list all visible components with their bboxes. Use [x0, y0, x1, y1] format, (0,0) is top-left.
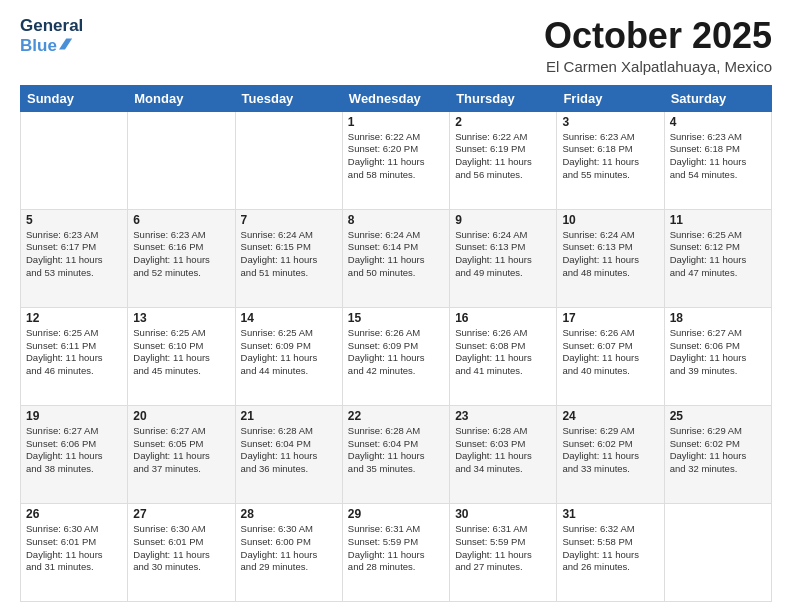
day-number: 27 [133, 507, 229, 521]
page: General Blue October 2025 El Carmen Xalp… [0, 0, 792, 612]
day-number: 1 [348, 115, 444, 129]
col-tuesday: Tuesday [235, 85, 342, 111]
table-row: 13Sunrise: 6:25 AMSunset: 6:10 PMDayligh… [128, 307, 235, 405]
day-info: Sunrise: 6:29 AMSunset: 6:02 PMDaylight:… [670, 425, 766, 476]
col-friday: Friday [557, 85, 664, 111]
table-row: 4Sunrise: 6:23 AMSunset: 6:18 PMDaylight… [664, 111, 771, 209]
day-info: Sunrise: 6:27 AMSunset: 6:06 PMDaylight:… [26, 425, 122, 476]
day-number: 19 [26, 409, 122, 423]
table-row: 11Sunrise: 6:25 AMSunset: 6:12 PMDayligh… [664, 209, 771, 307]
day-info: Sunrise: 6:23 AMSunset: 6:17 PMDaylight:… [26, 229, 122, 280]
day-info: Sunrise: 6:27 AMSunset: 6:05 PMDaylight:… [133, 425, 229, 476]
table-row: 20Sunrise: 6:27 AMSunset: 6:05 PMDayligh… [128, 405, 235, 503]
logo: General Blue [20, 16, 72, 58]
day-info: Sunrise: 6:29 AMSunset: 6:02 PMDaylight:… [562, 425, 658, 476]
day-info: Sunrise: 6:30 AMSunset: 6:01 PMDaylight:… [26, 523, 122, 574]
calendar-week-row: 19Sunrise: 6:27 AMSunset: 6:06 PMDayligh… [21, 405, 772, 503]
day-info: Sunrise: 6:25 AMSunset: 6:09 PMDaylight:… [241, 327, 337, 378]
day-number: 15 [348, 311, 444, 325]
table-row: 25Sunrise: 6:29 AMSunset: 6:02 PMDayligh… [664, 405, 771, 503]
day-number: 26 [26, 507, 122, 521]
day-number: 31 [562, 507, 658, 521]
table-row: 9Sunrise: 6:24 AMSunset: 6:13 PMDaylight… [450, 209, 557, 307]
table-row: 17Sunrise: 6:26 AMSunset: 6:07 PMDayligh… [557, 307, 664, 405]
table-row: 27Sunrise: 6:30 AMSunset: 6:01 PMDayligh… [128, 503, 235, 601]
day-info: Sunrise: 6:25 AMSunset: 6:10 PMDaylight:… [133, 327, 229, 378]
table-row: 23Sunrise: 6:28 AMSunset: 6:03 PMDayligh… [450, 405, 557, 503]
day-info: Sunrise: 6:23 AMSunset: 6:18 PMDaylight:… [670, 131, 766, 182]
header: General Blue October 2025 El Carmen Xalp… [20, 16, 772, 75]
day-info: Sunrise: 6:28 AMSunset: 6:04 PMDaylight:… [348, 425, 444, 476]
col-monday: Monday [128, 85, 235, 111]
day-number: 12 [26, 311, 122, 325]
day-number: 14 [241, 311, 337, 325]
day-number: 17 [562, 311, 658, 325]
table-row [235, 111, 342, 209]
col-saturday: Saturday [664, 85, 771, 111]
day-number: 3 [562, 115, 658, 129]
table-row: 1Sunrise: 6:22 AMSunset: 6:20 PMDaylight… [342, 111, 449, 209]
logo-general: General [20, 16, 72, 36]
calendar-header-row: Sunday Monday Tuesday Wednesday Thursday… [21, 85, 772, 111]
table-row: 2Sunrise: 6:22 AMSunset: 6:19 PMDaylight… [450, 111, 557, 209]
table-row: 28Sunrise: 6:30 AMSunset: 6:00 PMDayligh… [235, 503, 342, 601]
day-info: Sunrise: 6:28 AMSunset: 6:03 PMDaylight:… [455, 425, 551, 476]
day-number: 2 [455, 115, 551, 129]
col-sunday: Sunday [21, 85, 128, 111]
day-number: 6 [133, 213, 229, 227]
day-number: 8 [348, 213, 444, 227]
table-row [128, 111, 235, 209]
day-number: 11 [670, 213, 766, 227]
day-info: Sunrise: 6:22 AMSunset: 6:19 PMDaylight:… [455, 131, 551, 182]
table-row [21, 111, 128, 209]
day-info: Sunrise: 6:24 AMSunset: 6:13 PMDaylight:… [455, 229, 551, 280]
table-row: 22Sunrise: 6:28 AMSunset: 6:04 PMDayligh… [342, 405, 449, 503]
day-info: Sunrise: 6:23 AMSunset: 6:18 PMDaylight:… [562, 131, 658, 182]
day-number: 5 [26, 213, 122, 227]
day-info: Sunrise: 6:31 AMSunset: 5:59 PMDaylight:… [348, 523, 444, 574]
day-number: 25 [670, 409, 766, 423]
day-info: Sunrise: 6:30 AMSunset: 6:00 PMDaylight:… [241, 523, 337, 574]
day-number: 10 [562, 213, 658, 227]
day-info: Sunrise: 6:23 AMSunset: 6:16 PMDaylight:… [133, 229, 229, 280]
table-row: 30Sunrise: 6:31 AMSunset: 5:59 PMDayligh… [450, 503, 557, 601]
day-number: 30 [455, 507, 551, 521]
day-info: Sunrise: 6:22 AMSunset: 6:20 PMDaylight:… [348, 131, 444, 182]
calendar-week-row: 26Sunrise: 6:30 AMSunset: 6:01 PMDayligh… [21, 503, 772, 601]
location: El Carmen Xalpatlahuaya, Mexico [544, 58, 772, 75]
calendar-table: Sunday Monday Tuesday Wednesday Thursday… [20, 85, 772, 602]
table-row: 14Sunrise: 6:25 AMSunset: 6:09 PMDayligh… [235, 307, 342, 405]
day-info: Sunrise: 6:26 AMSunset: 6:08 PMDaylight:… [455, 327, 551, 378]
day-info: Sunrise: 6:25 AMSunset: 6:11 PMDaylight:… [26, 327, 122, 378]
table-row: 15Sunrise: 6:26 AMSunset: 6:09 PMDayligh… [342, 307, 449, 405]
table-row: 19Sunrise: 6:27 AMSunset: 6:06 PMDayligh… [21, 405, 128, 503]
day-number: 21 [241, 409, 337, 423]
table-row: 16Sunrise: 6:26 AMSunset: 6:08 PMDayligh… [450, 307, 557, 405]
table-row: 18Sunrise: 6:27 AMSunset: 6:06 PMDayligh… [664, 307, 771, 405]
day-number: 9 [455, 213, 551, 227]
day-info: Sunrise: 6:27 AMSunset: 6:06 PMDaylight:… [670, 327, 766, 378]
day-info: Sunrise: 6:31 AMSunset: 5:59 PMDaylight:… [455, 523, 551, 574]
day-number: 13 [133, 311, 229, 325]
day-info: Sunrise: 6:24 AMSunset: 6:15 PMDaylight:… [241, 229, 337, 280]
logo-blue: Blue [20, 36, 57, 56]
month-title: October 2025 [544, 16, 772, 56]
day-number: 18 [670, 311, 766, 325]
table-row: 26Sunrise: 6:30 AMSunset: 6:01 PMDayligh… [21, 503, 128, 601]
day-number: 22 [348, 409, 444, 423]
table-row: 29Sunrise: 6:31 AMSunset: 5:59 PMDayligh… [342, 503, 449, 601]
table-row: 12Sunrise: 6:25 AMSunset: 6:11 PMDayligh… [21, 307, 128, 405]
day-number: 29 [348, 507, 444, 521]
table-row: 3Sunrise: 6:23 AMSunset: 6:18 PMDaylight… [557, 111, 664, 209]
table-row: 24Sunrise: 6:29 AMSunset: 6:02 PMDayligh… [557, 405, 664, 503]
day-number: 24 [562, 409, 658, 423]
calendar-week-row: 5Sunrise: 6:23 AMSunset: 6:17 PMDaylight… [21, 209, 772, 307]
header-right: October 2025 El Carmen Xalpatlahuaya, Me… [544, 16, 772, 75]
day-info: Sunrise: 6:24 AMSunset: 6:14 PMDaylight:… [348, 229, 444, 280]
day-info: Sunrise: 6:25 AMSunset: 6:12 PMDaylight:… [670, 229, 766, 280]
day-number: 16 [455, 311, 551, 325]
col-wednesday: Wednesday [342, 85, 449, 111]
table-row: 21Sunrise: 6:28 AMSunset: 6:04 PMDayligh… [235, 405, 342, 503]
day-info: Sunrise: 6:30 AMSunset: 6:01 PMDaylight:… [133, 523, 229, 574]
day-info: Sunrise: 6:32 AMSunset: 5:58 PMDaylight:… [562, 523, 658, 574]
